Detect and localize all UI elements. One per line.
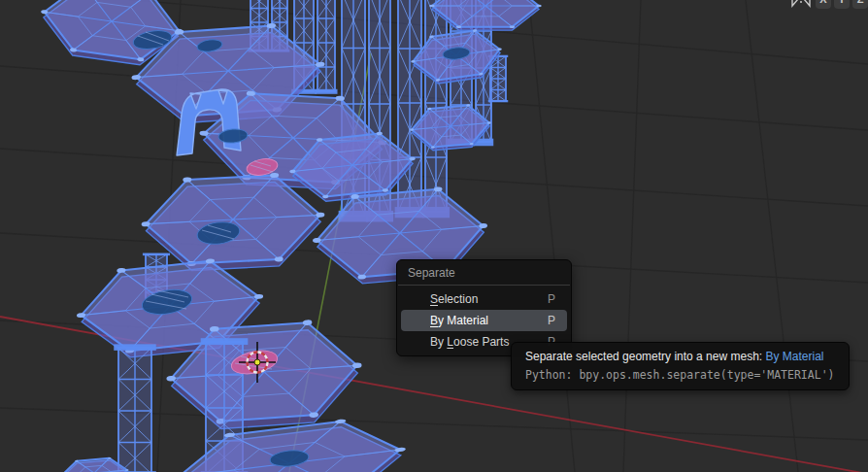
menu-item-by-material[interactable]: By Material P bbox=[401, 310, 567, 331]
menu-item-label: Selection bbox=[430, 288, 478, 310]
mirror-z-button[interactable]: Z bbox=[852, 0, 868, 9]
viewport-header-cropped: X Y Z bbox=[789, 0, 868, 9]
viewport-3d-canvas[interactable] bbox=[0, 0, 868, 472]
menu-item-label: By Loose Parts bbox=[430, 331, 509, 353]
menu-item-shortcut: P bbox=[548, 288, 555, 310]
mirror-icon[interactable] bbox=[789, 0, 813, 9]
tooltip-description: Separate selected geometry into a new me… bbox=[525, 350, 835, 363]
menu-item-selection[interactable]: Selection P bbox=[401, 288, 567, 310]
blender-3d-viewport: { "header": { "axis_buttons": ["X", "Y",… bbox=[0, 0, 868, 472]
mirror-x-button[interactable]: X bbox=[816, 0, 831, 9]
menu-separator bbox=[398, 285, 570, 286]
tooltip-option-name: By Material bbox=[765, 350, 823, 363]
mirror-y-button[interactable]: Y bbox=[834, 0, 850, 9]
tooltip-python-expression: Python: bpy.ops.mesh.separate(type='MATE… bbox=[525, 368, 835, 382]
menu-item-shortcut: P bbox=[548, 310, 555, 331]
menu-title: Separate bbox=[397, 262, 571, 284]
operator-tooltip: Separate selected geometry into a new me… bbox=[511, 342, 850, 390]
menu-item-label: By Material bbox=[430, 310, 488, 331]
